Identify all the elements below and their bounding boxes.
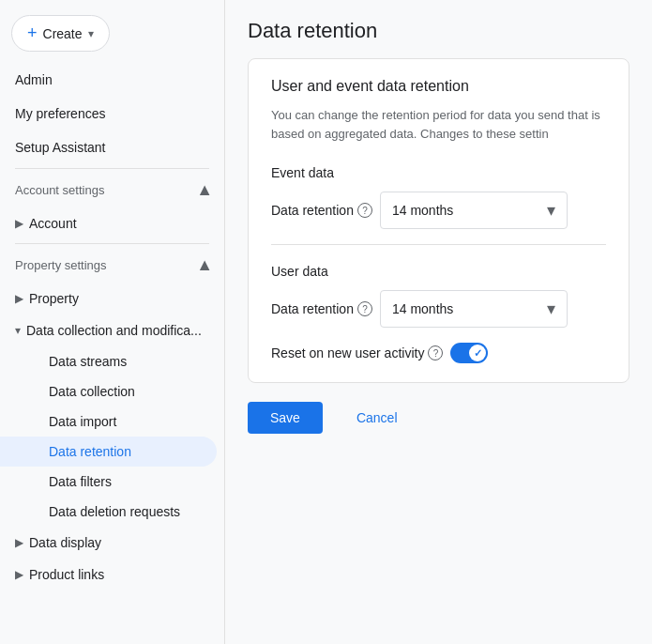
chevron-up-icon-2: ▲ <box>196 255 213 275</box>
arrow-right-icon: ▶ <box>15 217 23 230</box>
sidebar-item-data-streams[interactable]: Data streams <box>0 346 217 376</box>
card-title: User and event data retention <box>271 78 606 95</box>
section-separator <box>271 244 606 245</box>
sidebar-item-data-deletion[interactable]: Data deletion requests <box>0 497 217 527</box>
card-description: You can change the retention period for … <box>271 106 606 143</box>
toggle-thumb <box>469 345 486 361</box>
event-retention-help-icon[interactable]: ? <box>357 203 372 218</box>
event-retention-dropdown[interactable]: 14 months ▾ <box>380 192 568 229</box>
sidebar-item-account[interactable]: ▶ Account <box>0 207 224 239</box>
create-button-label: Create <box>43 26 83 41</box>
user-data-retention-row: Data retention ? 14 months ▾ <box>271 290 606 328</box>
sidebar-item-product-links[interactable]: ▶ Product links <box>0 559 224 590</box>
toggle-track[interactable] <box>450 343 488 363</box>
arrow-down-icon: ▾ <box>15 324 21 337</box>
user-retention-help-icon[interactable]: ? <box>357 301 372 316</box>
cancel-button[interactable]: Cancel <box>334 402 420 434</box>
sidebar-item-property[interactable]: ▶ Property <box>0 283 224 314</box>
sidebar-item-my-preferences[interactable]: My preferences <box>0 97 217 130</box>
toggle-help-icon[interactable]: ? <box>428 345 443 360</box>
main-content: Data retention User and event data reten… <box>225 0 652 644</box>
event-retention-label: Data retention ? <box>271 203 372 218</box>
divider-1 <box>15 168 209 169</box>
dropdown-chevron-icon-2: ▾ <box>547 299 555 319</box>
arrow-right-icon-4: ▶ <box>15 568 23 581</box>
event-data-label: Event data <box>271 161 606 180</box>
property-settings-header[interactable]: Property settings ▲ <box>0 248 224 283</box>
data-retention-card: User and event data retention You can ch… <box>248 58 629 383</box>
event-retention-value: 14 months <box>392 203 453 218</box>
divider-2 <box>15 243 209 244</box>
reset-user-activity-label: Reset on new user activity ? <box>271 345 443 360</box>
sidebar-item-data-collection[interactable]: ▾ Data collection and modifica... <box>0 314 224 346</box>
save-button[interactable]: Save <box>248 402 323 434</box>
sidebar-item-data-retention[interactable]: Data retention <box>0 437 217 467</box>
sidebar-item-data-filters[interactable]: Data filters <box>0 467 217 497</box>
account-settings-header[interactable]: Account settings ▲ <box>0 173 224 207</box>
user-retention-value: 14 months <box>392 301 453 316</box>
sidebar: + Create ▾ Admin My preferences Setup As… <box>0 0 225 644</box>
sidebar-item-admin[interactable]: Admin <box>0 63 217 97</box>
sidebar-item-data-display[interactable]: ▶ Data display <box>0 527 224 559</box>
chevron-up-icon: ▲ <box>196 180 213 200</box>
arrow-right-icon-2: ▶ <box>15 292 23 305</box>
user-retention-label: Data retention ? <box>271 301 372 316</box>
reset-user-activity-toggle[interactable] <box>450 343 488 363</box>
arrow-right-icon-3: ▶ <box>15 536 23 549</box>
sidebar-item-data-collection[interactable]: Data collection <box>0 376 217 406</box>
user-retention-dropdown[interactable]: 14 months ▾ <box>380 290 568 328</box>
page-title: Data retention <box>248 19 629 43</box>
reset-new-user-activity-row: Reset on new user activity ? <box>271 343 606 363</box>
dropdown-chevron-icon: ▾ <box>547 200 555 221</box>
chevron-down-icon: ▾ <box>88 27 94 40</box>
create-button[interactable]: + Create ▾ <box>11 15 110 52</box>
sidebar-item-data-import[interactable]: Data import <box>0 406 217 437</box>
form-actions: Save Cancel <box>248 402 629 434</box>
user-data-label: User data <box>271 260 606 279</box>
plus-icon: + <box>27 23 38 43</box>
event-data-retention-row: Data retention ? 14 months ▾ <box>271 192 606 229</box>
sidebar-item-setup-assistant[interactable]: Setup Assistant <box>0 130 217 164</box>
